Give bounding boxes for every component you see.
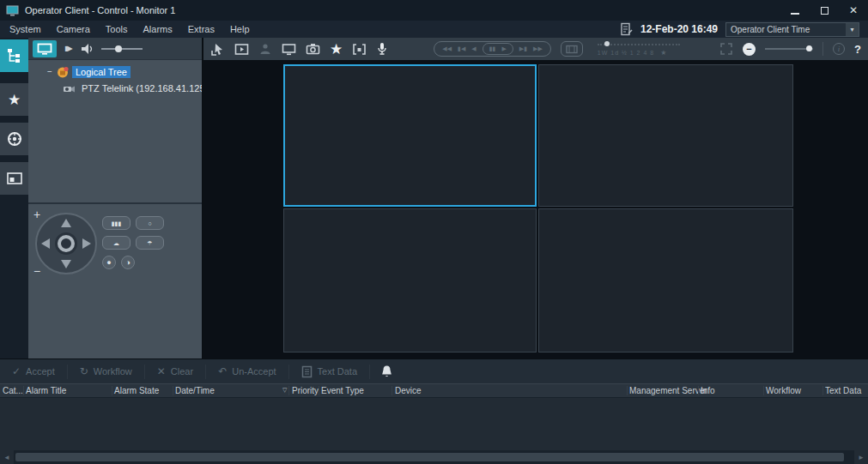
menu-alarms[interactable]: Alarms [136,24,180,34]
fast-forward-button[interactable]: ▶▶ [533,45,543,52]
zoom-out-button[interactable]: − [743,43,756,56]
volume-thumb[interactable] [115,45,122,52]
col-alarm-title[interactable]: Alarm Title [26,386,66,395]
menu-help[interactable]: Help [222,24,258,34]
instant-replay-icon [234,43,249,56]
bell-icon [380,365,393,378]
export-icon [566,45,578,54]
tree-row-root[interactable]: − Logical Tree [28,63,202,80]
instant-playback-icon[interactable]: ▮▶ [64,45,72,52]
record-button[interactable]: ● [102,256,116,269]
tree-root-label[interactable]: Logical Tree [72,66,131,78]
workflow-button[interactable]: ↻ Workflow [68,365,145,379]
image-pane-button[interactable] [352,43,367,56]
chevron-down-icon: ▾ [846,23,859,36]
col-workflow[interactable]: Workflow [766,386,801,395]
wiper-icon: ☁ [113,240,119,246]
image-pane-surface [203,60,868,359]
record-icon: ● [106,259,111,267]
rewind-button[interactable]: ◀◀ [442,45,452,52]
col-device[interactable]: Device [395,386,422,395]
pause-button[interactable]: ▮▮ [489,45,496,52]
accept-check-icon: ✓ [12,366,21,377]
col-priority[interactable]: Priority [292,386,319,395]
col-management-server[interactable]: Management Server [629,386,707,395]
fullscreen-button[interactable] [719,42,733,56]
tree-row-camera[interactable]: PTZ Telelink (192.168.41.125) [4] [28,80,202,96]
left-panel: ▮▶ − Logical Tree PTZ Telelink (192.168.… [28,38,202,359]
timeline-zoom-control[interactable]: 1W 1d ½ 1 2 4 8 ★ [598,42,701,57]
tree-expander-icon[interactable]: − [46,67,54,76]
menu-extras[interactable]: Extras [180,24,222,34]
monitor-wall-button[interactable] [282,43,296,56]
washer-button[interactable]: ☂ [136,236,164,250]
tab-image-panes[interactable] [0,162,28,195]
close-button[interactable]: ✕ [839,0,868,21]
focus-button[interactable]: ▮▮▮ [102,216,131,230]
export-button[interactable] [561,41,583,57]
snapshot-button[interactable] [306,43,320,55]
wiper-button[interactable]: ☁ [102,236,131,250]
col-text-data[interactable]: Text Data [825,386,861,395]
play-reverse-button[interactable]: ◀ [471,45,476,52]
ptz-aux-buttons: ▮▮▮ ○ ☁ ☂ ● ◑ [102,216,164,275]
accept-alarm-button[interactable]: ✓ Accept [0,365,68,379]
clear-alarm-button[interactable]: ✕ Clear [145,365,206,379]
col-event-type[interactable]: Event Type [321,386,364,395]
deselect-pane-button[interactable] [210,42,225,57]
maximize-button[interactable] [810,0,839,21]
iris-button[interactable]: ◑ [121,256,135,269]
text-data-button[interactable]: Text Data [289,365,370,379]
tab-bookmarks[interactable] [0,123,28,155]
live-video-button[interactable] [33,40,57,57]
step-forward-button[interactable]: ▶▮ [519,45,527,52]
help-button[interactable]: ? [854,43,861,56]
speaker-icon[interactable] [80,43,94,55]
image-pane-1[interactable] [283,64,537,207]
play-button[interactable]: ▶ [501,45,506,52]
filter-icon[interactable]: ▽ [282,387,287,394]
image-pane-2[interactable] [538,64,793,207]
col-info[interactable]: Info [701,386,715,395]
light-button[interactable]: ○ [136,216,164,230]
clear-label: Clear [171,366,193,377]
col-category[interactable]: Cat... [3,386,23,395]
minimize-button[interactable] [780,0,810,21]
intercom-button[interactable] [376,42,388,56]
replay-pane-button[interactable] [234,43,249,56]
unaccept-arrow-icon: ↶ [218,366,227,377]
user-icon [258,42,272,56]
scroll-right-button[interactable]: ► [854,450,868,464]
menu-system[interactable]: System [2,24,49,34]
alarm-bell-button[interactable] [380,365,393,378]
operator-client-window: Operator Client - Control - Monitor 1 ✕ … [0,0,868,464]
tab-logical-tree[interactable] [0,39,28,72]
horizontal-scrollbar[interactable]: ◄ ► [0,450,868,464]
live-monitor-icon [37,43,52,55]
image-pane-3[interactable] [283,208,537,353]
zoom-slider-thumb[interactable] [806,45,812,51]
col-datetime[interactable]: Date/Time [175,386,215,395]
col-alarm-state[interactable]: Alarm State [114,386,159,395]
maximize-icon [821,7,829,15]
scroll-left-button[interactable]: ◄ [0,450,14,464]
timeline-thumb[interactable] [604,41,610,46]
unaccept-alarm-button[interactable]: ↶ Un-Accept [206,365,288,379]
favorite-button[interactable]: ★ [330,42,343,57]
menu-camera[interactable]: Camera [49,24,98,34]
scrollbar-thumb[interactable] [15,453,844,461]
info-button[interactable]: i [833,43,845,55]
menu-tools[interactable]: Tools [98,24,136,34]
step-back-button[interactable]: ▮◀ [458,45,465,52]
alarm-toolbar: ✓ Accept ↻ Workflow ✕ Clear ↶ Un-Accept … [0,359,868,383]
time-mode-select[interactable]: Operator Client Time ▾ [725,22,859,37]
tab-favorites[interactable]: ★ [0,83,28,116]
image-panes-icon [6,171,23,186]
volume-slider[interactable] [101,43,143,55]
app-icon [6,5,19,16]
ptz-joystick[interactable] [33,211,99,276]
user-button[interactable] [258,42,272,56]
image-pane-4[interactable] [538,208,793,353]
zoom-slider[interactable] [765,43,813,55]
timeline-slider[interactable] [598,42,701,46]
